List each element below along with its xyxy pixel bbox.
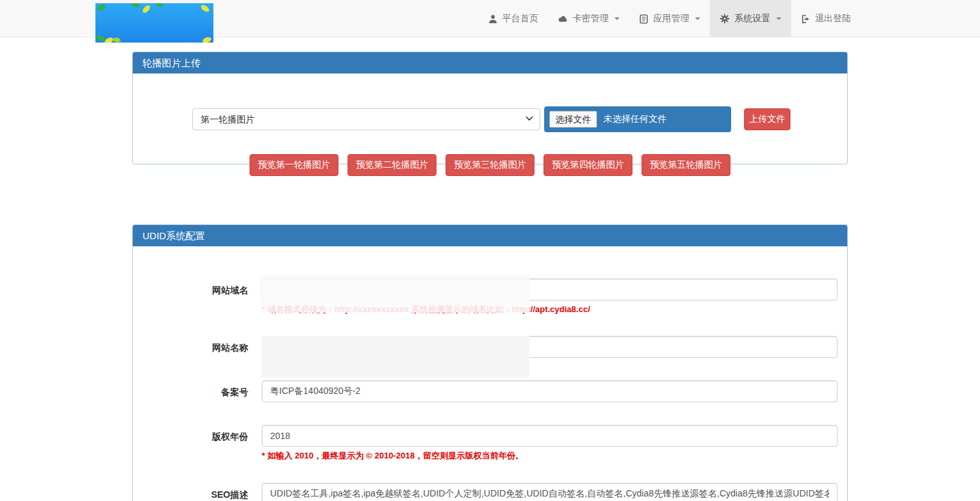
nav-label: 应用管理 <box>653 13 689 25</box>
preview-slide2-button[interactable]: 预览第二轮播图片 <box>348 154 436 176</box>
book-icon <box>639 14 649 24</box>
redaction-overlay <box>260 274 529 313</box>
choose-file-button[interactable]: 选择文件 <box>549 111 597 128</box>
domain-label: 网站域名 <box>133 285 248 297</box>
upload-file-button[interactable]: 上传文件 <box>744 108 790 130</box>
nav-item-app-management[interactable]: 应用管理 <box>629 0 710 37</box>
caret-down-icon <box>695 17 700 20</box>
copyright-year-note: * 如输入 2010，最终显示为 © 2010-2018，留空则显示版权当前年份… <box>262 450 524 462</box>
panel-title: UDID系统配置 <box>133 225 847 246</box>
nav-item-system-settings[interactable]: 系统设置 <box>710 0 791 37</box>
nav-item-card-management[interactable]: 卡密管理 <box>548 0 629 37</box>
sign-out-icon <box>801 14 810 24</box>
icp-input[interactable] <box>262 380 838 402</box>
site-name-label: 网站名称 <box>133 342 248 354</box>
top-navbar: 平台首页 卡密管理 应用管理 <box>0 0 980 37</box>
cloud-icon <box>558 14 568 24</box>
udid-config-panel: UDID系统配置 网站域名 * 域名格式必须为：http://xxxxxxxxx… <box>132 224 848 501</box>
nav-label: 平台首页 <box>502 13 538 25</box>
gear-icon <box>720 14 730 24</box>
icp-label: 备案号 <box>133 387 248 398</box>
seo-input[interactable] <box>262 483 838 501</box>
nav-label: 卡密管理 <box>573 13 609 25</box>
seo-label: SEO描述 <box>133 489 248 501</box>
panel-title: 轮播图片上传 <box>133 52 847 74</box>
preview-slide4-button[interactable]: 预览第四轮播图片 <box>544 154 632 176</box>
nav-label: 退出登陆 <box>815 13 851 25</box>
preview-buttons-row: 预览第一轮播图片 预览第二轮播图片 预览第三轮播图片 预览第四轮播图片 预览第五… <box>133 154 847 176</box>
redaction-overlay <box>261 336 529 377</box>
user-icon <box>488 14 498 24</box>
nav-item-home[interactable]: 平台首页 <box>478 0 548 37</box>
nav-menu: 平台首页 卡密管理 应用管理 <box>478 0 861 37</box>
caret-down-icon <box>776 17 781 20</box>
chevron-down-icon <box>525 116 533 121</box>
carousel-slot-select[interactable]: 第一轮播图片 <box>192 108 540 130</box>
preview-slide5-button[interactable]: 预览第五轮播图片 <box>642 154 730 176</box>
preview-slide3-button[interactable]: 预览第三轮播图片 <box>446 154 534 176</box>
caret-down-icon <box>614 17 620 20</box>
preview-slide1-button[interactable]: 预览第一轮播图片 <box>250 154 338 176</box>
carousel-upload-panel: 轮播图片上传 第一轮播图片 选择文件 未选择任何文件 上传文件 预览第一轮播图片… <box>132 52 848 164</box>
file-status-text: 未选择任何文件 <box>603 113 667 125</box>
selected-option-label: 第一轮播图片 <box>201 114 255 124</box>
copyright-year-label: 版权年份 <box>133 431 248 443</box>
file-input-group[interactable]: 选择文件 未选择任何文件 <box>544 106 731 132</box>
nav-label: 系统设置 <box>734 13 770 25</box>
copyright-year-input[interactable] <box>262 425 838 447</box>
nav-item-logout[interactable]: 退出登陆 <box>791 0 861 37</box>
site-logo[interactable] <box>95 3 213 43</box>
